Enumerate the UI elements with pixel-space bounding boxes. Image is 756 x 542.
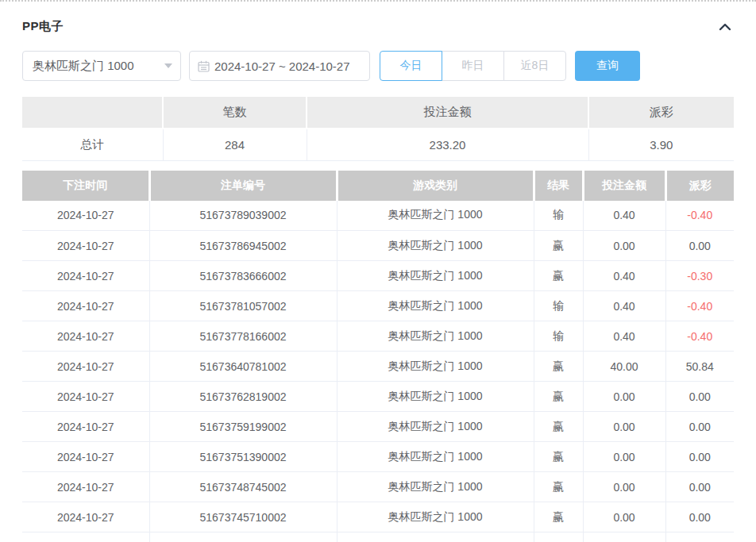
game-type-cell: 奥林匹斯之门 1000 <box>337 442 534 472</box>
order-id-cell: 51673762819002 <box>149 382 337 412</box>
payout-cell: 0.00 <box>665 442 734 472</box>
summary-col-payout: 派彩 <box>588 97 734 129</box>
collapse-button[interactable] <box>716 20 734 34</box>
order-id-cell: 51673748745002 <box>149 472 337 502</box>
payout-cell: 0.00 <box>665 382 734 412</box>
bet-time-cell: 2024-10-27 <box>22 231 149 261</box>
table-row-partial <box>22 532 734 542</box>
order-id-cell: 51673783666002 <box>149 261 337 291</box>
result-cell: 赢 <box>534 261 583 291</box>
bet-time-cell: 2024-10-27 <box>22 261 149 291</box>
order-id-cell: 51673789039002 <box>149 201 337 231</box>
payout-cell: 0.00 <box>665 472 734 502</box>
game-type-cell: 奥林匹斯之门 1000 <box>337 321 534 352</box>
game-type-cell: 奥林匹斯之门 1000 <box>337 412 534 442</box>
summary-total-count: 284 <box>163 129 307 160</box>
chevron-down-icon <box>164 63 172 68</box>
col-payout: 派彩 <box>665 171 734 201</box>
table-row: 2024-10-27 51673778166002 奥林匹斯之门 1000 输 … <box>22 321 734 352</box>
bet-time-cell: 2024-10-27 <box>22 442 149 472</box>
quick-range-button-yesterday[interactable]: 昨日 <box>442 51 504 81</box>
result-cell: 赢 <box>534 502 583 532</box>
filter-bar: 奥林匹斯之门 1000 2024-10-27 ~ 2024-10-27 今日 昨… <box>22 51 734 81</box>
bet-time-cell: 2024-10-27 <box>22 352 149 382</box>
bet-time-cell: 2024-10-27 <box>22 472 149 502</box>
calendar-icon <box>198 60 210 72</box>
result-cell: 赢 <box>534 442 583 472</box>
order-id-cell: 51673781057002 <box>149 291 337 321</box>
summary-total-label: 总计 <box>22 129 163 160</box>
table-row: 2024-10-27 51673789039002 奥林匹斯之门 1000 输 … <box>22 201 734 231</box>
table-row: 2024-10-27 51673745710002 奥林匹斯之门 1000 赢 … <box>22 502 734 532</box>
result-cell: 赢 <box>534 412 583 442</box>
order-id-cell: 51673778166002 <box>149 321 337 352</box>
bet-amount-cell: 0.00 <box>583 502 665 532</box>
table-row: 2024-10-27 51673759199002 奥林匹斯之门 1000 赢 … <box>22 412 734 442</box>
panel-header: PP电子 <box>22 19 734 34</box>
bet-amount-cell: 0.40 <box>583 291 665 321</box>
bet-time-cell: 2024-10-27 <box>22 201 149 231</box>
game-type-cell: 奥林匹斯之门 1000 <box>337 352 534 382</box>
order-id-cell: 51673759199002 <box>149 412 337 442</box>
game-select-value: 奥林匹斯之门 1000 <box>33 59 160 74</box>
bet-amount-cell: 0.00 <box>583 442 665 472</box>
payout-cell: 50.84 <box>665 352 734 382</box>
bet-table-header-row: 下注时间 注单编号 游戏类别 结果 投注金额 派彩 <box>22 171 734 201</box>
order-id-cell <box>149 532 337 542</box>
game-type-cell <box>337 532 534 542</box>
payout-cell <box>665 532 734 542</box>
summary-col-count: 笔数 <box>163 97 307 129</box>
bet-amount-cell: 0.40 <box>583 321 665 352</box>
result-cell: 赢 <box>534 231 583 261</box>
summary-table: 笔数 投注金额 派彩 总计 284 233.20 3.90 <box>22 97 734 161</box>
payout-cell: 0.00 <box>665 502 734 532</box>
payout-cell: -0.40 <box>665 321 734 352</box>
result-cell: 赢 <box>534 352 583 382</box>
table-row: 2024-10-27 51673783666002 奥林匹斯之门 1000 赢 … <box>22 261 734 291</box>
game-type-cell: 奥林匹斯之门 1000 <box>337 231 534 261</box>
bet-amount-cell <box>583 532 665 542</box>
records-panel: PP电子 奥林匹斯之门 1000 <box>0 0 756 542</box>
summary-header-row: 笔数 投注金额 派彩 <box>22 97 734 129</box>
game-type-cell: 奥林匹斯之门 1000 <box>337 472 534 502</box>
game-type-cell: 奥林匹斯之门 1000 <box>337 291 534 321</box>
bet-amount-cell: 0.00 <box>583 382 665 412</box>
bet-time-cell: 2024-10-27 <box>22 502 149 532</box>
result-cell: 输 <box>534 201 583 231</box>
table-row: 2024-10-27 51673762819002 奥林匹斯之门 1000 赢 … <box>22 382 734 412</box>
game-select[interactable]: 奥林匹斯之门 1000 <box>22 51 181 81</box>
col-order-id: 注单编号 <box>149 171 337 201</box>
query-button[interactable]: 查询 <box>575 51 640 81</box>
bet-table: 下注时间 注单编号 游戏类别 结果 投注金额 派彩 2024-10-27 516… <box>22 171 734 542</box>
summary-total-bet-amount: 233.20 <box>307 129 588 160</box>
bet-time-cell: 2024-10-27 <box>22 291 149 321</box>
table-row: 2024-10-27 51673751390002 奥林匹斯之门 1000 赢 … <box>22 442 734 472</box>
bet-table-body: 2024-10-27 51673789039002 奥林匹斯之门 1000 输 … <box>22 201 734 532</box>
result-cell <box>534 532 583 542</box>
payout-cell: 0.00 <box>665 412 734 442</box>
payout-cell: 0.00 <box>665 231 734 261</box>
quick-range-button-today[interactable]: 今日 <box>380 51 442 81</box>
order-id-cell: 51673640781002 <box>149 352 337 382</box>
bet-time-cell: 2024-10-27 <box>22 382 149 412</box>
quick-range-group: 今日 昨日 近8日 <box>380 51 566 81</box>
bet-amount-cell: 0.00 <box>583 472 665 502</box>
col-bet-time: 下注时间 <box>22 171 149 201</box>
bet-amount-cell: 0.00 <box>583 412 665 442</box>
bet-time-cell <box>22 532 149 542</box>
bet-amount-cell: 0.00 <box>583 231 665 261</box>
table-row: 2024-10-27 51673786945002 奥林匹斯之门 1000 赢 … <box>22 231 734 261</box>
game-type-cell: 奥林匹斯之门 1000 <box>337 201 534 231</box>
col-game-type: 游戏类别 <box>337 171 534 201</box>
bet-time-cell: 2024-10-27 <box>22 321 149 352</box>
payout-cell: -0.30 <box>665 261 734 291</box>
payout-cell: -0.40 <box>665 291 734 321</box>
quick-range-button-last8days[interactable]: 近8日 <box>503 51 566 81</box>
table-row: 2024-10-27 51673748745002 奥林匹斯之门 1000 赢 … <box>22 472 734 502</box>
bet-table-partial-row-body <box>22 532 734 542</box>
date-range-input[interactable]: 2024-10-27 ~ 2024-10-27 <box>189 51 370 81</box>
bet-amount-cell: 0.40 <box>583 201 665 231</box>
col-bet-amount: 投注金额 <box>583 171 665 201</box>
summary-total-row: 总计 284 233.20 3.90 <box>22 129 734 160</box>
panel-title: PP电子 <box>22 19 64 34</box>
